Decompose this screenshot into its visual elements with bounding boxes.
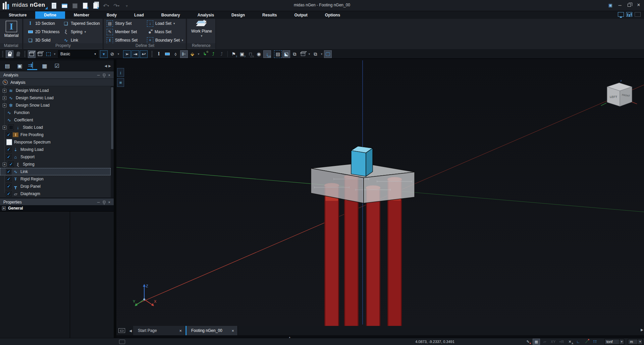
member-set-button[interactable]: ✎Member Set xyxy=(107,28,137,36)
tab-boundary[interactable]: Boundary xyxy=(153,11,189,19)
snap-grid-icon[interactable]: ▦ xyxy=(533,339,540,345)
link-button[interactable]: ∿Link xyxy=(63,37,78,44)
query-box-icon[interactable]: ▣? xyxy=(238,50,246,58)
checkbox-checked[interactable]: ✓ xyxy=(9,162,13,167)
mass-set-button[interactable]: ●wMass Set xyxy=(147,28,171,36)
marquee-select-icon[interactable] xyxy=(45,50,52,58)
window-solid-icon[interactable]: ⧉ xyxy=(291,50,299,58)
selection-filter-combo[interactable]: Basic▾ xyxy=(58,50,98,58)
scrollbar-thumb[interactable] xyxy=(111,87,113,149)
viewport-plane-tool-button[interactable]: ≡ xyxy=(117,78,124,87)
circle-target-icon[interactable]: ◉ xyxy=(255,50,263,58)
length-unit-dropdown-icon[interactable]: ▼ xyxy=(638,339,643,345)
tree-item-response-spectrum[interactable]: ▤ Response Spectrum xyxy=(0,138,111,146)
tree-scrollbar[interactable] xyxy=(111,86,114,197)
quick-view-dropdown-icon[interactable]: ▼ xyxy=(100,50,108,58)
tree-item-link[interactable]: ✓ ∿ Link xyxy=(0,168,111,175)
3d-solid-button[interactable]: ❏3D Solid xyxy=(28,37,50,44)
snap-line-icon[interactable]: ⟋ xyxy=(583,339,590,345)
close-panel-icon[interactable]: × xyxy=(108,73,110,77)
close-tab-icon[interactable]: × xyxy=(179,328,182,333)
tree-item-static-load[interactable]: + ✓ ↓ Static Load xyxy=(0,124,111,131)
unpick-arrow-icon[interactable]: ⇥ xyxy=(131,50,139,58)
panel-tab-table[interactable]: ▦ xyxy=(40,61,50,70)
panel-tab-checked-works[interactable]: ☑ xyxy=(52,61,62,70)
tree-item-spring[interactable]: + ✓ ξ Spring xyxy=(0,161,111,168)
unlock-icon[interactable] xyxy=(14,50,22,58)
track-icon[interactable]: ⊺⊺ xyxy=(591,339,599,345)
chart-view-icon[interactable] xyxy=(626,12,632,17)
pin-icon[interactable] xyxy=(103,74,105,76)
force-unit-dropdown-icon[interactable]: ▼ xyxy=(620,339,624,345)
pick-arrow-icon[interactable]: ➢ xyxy=(123,50,131,58)
tree-item-diaphragm[interactable]: ✓ ▱ Diaphragm xyxy=(0,190,111,197)
snap-xy-icon[interactable]: XY xyxy=(549,339,557,345)
tree-item-support[interactable]: ✓ ⌂ Support xyxy=(0,153,111,161)
load-set-button[interactable]: ↓Load Set▾ xyxy=(147,20,175,27)
close-tab-icon[interactable]: × xyxy=(231,328,234,333)
maximize-button[interactable] xyxy=(626,2,633,8)
column[interactable] xyxy=(351,146,373,176)
tab-define[interactable]: Define xyxy=(35,11,65,19)
panel-splitter[interactable] xyxy=(114,59,116,338)
compass-dropdown-icon[interactable]: ▾ xyxy=(117,50,120,58)
tab-output[interactable]: Output xyxy=(285,11,316,19)
expand-icon[interactable]: + xyxy=(3,163,6,166)
close-button[interactable]: × xyxy=(635,2,642,8)
checkbox-checked[interactable]: ✓ xyxy=(6,132,11,137)
pin-icon[interactable] xyxy=(103,201,105,203)
length-unit-select[interactable]: m xyxy=(628,339,638,345)
query-flag-icon[interactable]: ⚑? xyxy=(230,50,237,58)
expand-icon[interactable]: + xyxy=(2,207,6,210)
snap-off-icon[interactable]: ✕A xyxy=(566,339,574,345)
close-panel-icon[interactable]: × xyxy=(108,200,110,204)
tab-analysis[interactable]: Analysis xyxy=(189,11,223,19)
expand-icon[interactable]: + xyxy=(3,126,6,129)
story-set-icon[interactable]: ▤ xyxy=(274,50,282,58)
doc-tab-start-page[interactable]: Start Page× xyxy=(133,326,185,335)
tab-load[interactable]: Load xyxy=(125,11,153,19)
solid-dropdown-icon[interactable]: ▾ xyxy=(197,50,200,58)
layout-icon[interactable] xyxy=(635,12,641,17)
table-icon[interactable]: ⊓123 xyxy=(247,50,254,58)
force-unit-select[interactable]: tonf xyxy=(604,339,620,345)
model-viewport[interactable]: LEFT FRONT z Z Y X ↕ ≡ xyxy=(116,59,644,326)
eraser-solid-icon[interactable]: ⬨ xyxy=(172,50,179,58)
expand-icon[interactable]: + xyxy=(3,89,6,93)
tree-root-analysis[interactable]: ✎ Analysis xyxy=(0,79,114,86)
tab-design[interactable]: Design xyxy=(223,11,254,19)
dropdown-arrow-icon[interactable]: ▾ xyxy=(85,30,86,34)
tab-member[interactable]: Member xyxy=(65,11,98,19)
tapered-section-button[interactable]: ❏Tapered Section xyxy=(63,20,100,27)
compass-icon[interactable]: ⊘ xyxy=(108,50,116,58)
panel-tab-analysis[interactable]: ⇉▏ xyxy=(27,61,37,70)
display-settings-icon[interactable] xyxy=(618,12,624,17)
panel-tab-display[interactable]: ▣ xyxy=(15,61,25,70)
tree-item-drop-panel[interactable]: ✓ ┳ Drop Panel xyxy=(0,183,111,190)
view-cube-icon[interactable] xyxy=(299,50,307,58)
thickness-icon[interactable] xyxy=(163,50,171,58)
cube-dropdown-icon[interactable]: ▾ xyxy=(308,50,311,58)
tab-scroll-right-icon[interactable]: ▶ xyxy=(641,328,643,332)
snap-relative-icon[interactable]: +R xyxy=(558,339,565,345)
dropdown-arrow-icon[interactable]: ▾ xyxy=(173,22,175,25)
doc-tab-footing-ngen[interactable]: Footing nGen_00× xyxy=(185,326,238,335)
ucs-global-icon[interactable]: ↳G xyxy=(201,50,209,58)
scroll-right-icon[interactable]: ▶ xyxy=(108,64,111,68)
tree-item-rigid-region[interactable]: ✓ Ŧ Rigid Region xyxy=(0,175,111,183)
tree-item-coefficient[interactable]: ∿ Coefficient xyxy=(0,116,111,124)
snap-point-icon[interactable]: ✎ xyxy=(524,339,532,345)
tree-item-design-snow-load[interactable]: + ✼ Design Snow Load xyxy=(0,102,111,109)
tab-scroll-left-icon[interactable]: ◀ xyxy=(128,326,133,335)
expand-icon[interactable]: + xyxy=(3,104,6,107)
panel-tab-works-tree[interactable]: ▤ xyxy=(2,61,12,70)
checkbox-unchecked[interactable]: ✓ xyxy=(9,125,13,130)
tab-structure[interactable]: Structure xyxy=(0,11,35,19)
checkbox-checked[interactable]: ✓ xyxy=(6,169,11,174)
tab-results[interactable]: Results xyxy=(254,11,285,19)
layout-toggle-icon[interactable]: ▣ xyxy=(607,2,614,8)
1d-section-button[interactable]: I1D Section xyxy=(28,20,55,27)
load-scale-icon[interactable]: ↓1.0 xyxy=(263,50,271,58)
work-plane-button[interactable]: ✎ Work Plane▾ xyxy=(190,19,213,38)
properties-group-general[interactable]: + General xyxy=(0,205,114,212)
